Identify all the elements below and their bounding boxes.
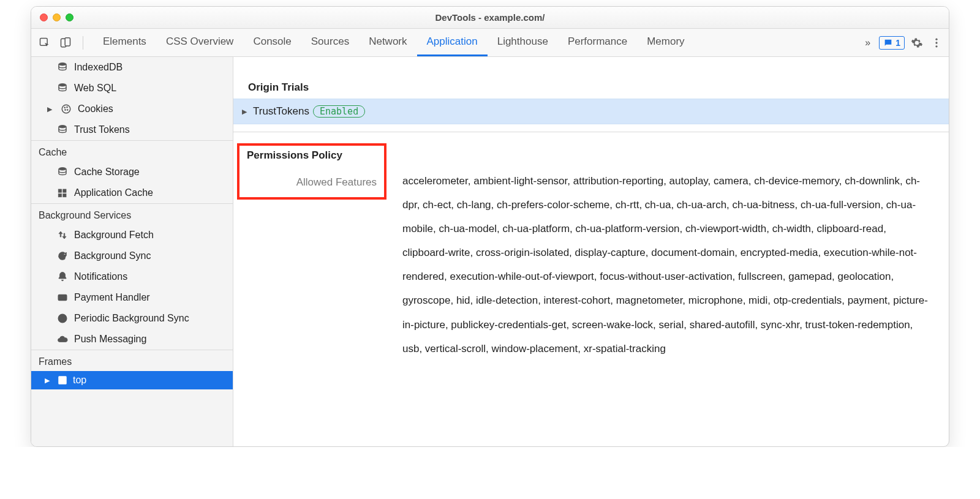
sidebar-label: Web SQL: [74, 81, 116, 96]
svg-point-11: [65, 110, 66, 111]
main-toolbar: Elements CSS Overview Console Sources Ne…: [31, 29, 949, 57]
svg-point-6: [59, 63, 66, 66]
frame-icon: [57, 375, 68, 386]
sidebar-label: Background Fetch: [74, 228, 154, 242]
bell-icon: [57, 271, 68, 282]
svg-rect-18: [63, 194, 66, 197]
svg-point-3: [935, 38, 937, 40]
sidebar-item-bg-fetch[interactable]: Background Fetch: [31, 225, 233, 246]
grid-icon: [57, 187, 68, 198]
sidebar-label: IndexedDB: [74, 60, 123, 75]
up-down-icon: [57, 230, 68, 241]
cloud-icon: [57, 334, 68, 345]
highlight-box: Permissions Policy Allowed Features: [237, 143, 386, 200]
more-tabs-icon[interactable]: »: [861, 37, 874, 48]
tab-sources[interactable]: Sources: [301, 29, 359, 56]
sidebar-item-payment-handler[interactable]: Payment Handler: [31, 287, 233, 308]
inspect-element-icon[interactable]: [36, 34, 53, 51]
svg-point-5: [935, 45, 937, 47]
tab-css-overview[interactable]: CSS Overview: [156, 29, 244, 56]
tab-elements[interactable]: Elements: [93, 29, 156, 56]
sidebar-header-frames: Frames: [31, 350, 233, 371]
issues-badge[interactable]: 1: [879, 36, 905, 50]
origin-trials-title: Origin Trials: [233, 75, 949, 99]
database-icon: [57, 167, 68, 178]
trial-status-badge: Enabled: [313, 105, 365, 118]
expand-icon[interactable]: ▶: [47, 104, 55, 114]
svg-point-4: [935, 42, 937, 43]
more-options-icon[interactable]: [929, 36, 944, 50]
sidebar-label: Background Sync: [74, 249, 151, 263]
expand-icon[interactable]: ▶: [45, 377, 52, 385]
expand-icon[interactable]: ▶: [242, 108, 249, 116]
sidebar-item-trust-tokens[interactable]: Trust Tokens: [31, 119, 233, 140]
sidebar-label: top: [73, 375, 86, 386]
application-sidebar: IndexedDB Web SQL ▶ Cookies Trust Tokens…: [31, 57, 233, 446]
titlebar: DevTools - example.com/: [31, 7, 949, 29]
tab-lighthouse[interactable]: Lighthouse: [488, 29, 558, 56]
sync-icon: [57, 250, 68, 261]
database-icon: [57, 83, 68, 94]
sidebar-item-cookies[interactable]: ▶ Cookies: [31, 99, 233, 119]
sidebar-item-websql[interactable]: Web SQL: [31, 78, 233, 99]
sidebar-header-background: Background Services: [31, 203, 233, 225]
sidebar-label: Payment Handler: [74, 290, 150, 305]
svg-rect-19: [58, 295, 67, 301]
sidebar-item-notifications[interactable]: Notifications: [31, 266, 233, 287]
sidebar-item-cache-storage[interactable]: Cache Storage: [31, 162, 233, 182]
allowed-features-list: accelerometer, ambient-light-sensor, att…: [402, 143, 934, 361]
database-icon: [57, 124, 68, 135]
svg-point-10: [67, 107, 68, 108]
database-icon: [57, 62, 68, 73]
sidebar-label: Cookies: [78, 102, 113, 116]
sidebar-header-cache: Cache: [31, 140, 233, 162]
svg-point-7: [59, 84, 66, 87]
sidebar-item-indexeddb[interactable]: IndexedDB: [31, 57, 233, 78]
svg-point-14: [59, 168, 66, 171]
allowed-features-label: Allowed Features: [247, 176, 377, 189]
clock-icon: [57, 313, 68, 324]
tab-memory[interactable]: Memory: [637, 29, 694, 56]
settings-icon[interactable]: [910, 36, 924, 50]
sidebar-item-application-cache[interactable]: Application Cache: [31, 182, 233, 203]
svg-point-12: [67, 110, 68, 111]
svg-rect-17: [58, 194, 61, 197]
svg-rect-22: [59, 377, 66, 384]
tab-performance[interactable]: Performance: [558, 29, 637, 56]
sidebar-label: Cache Storage: [74, 165, 140, 179]
panel-tabs: Elements CSS Overview Console Sources Ne…: [93, 29, 856, 56]
sidebar-item-periodic-sync[interactable]: Periodic Background Sync: [31, 308, 233, 329]
sidebar-item-frame-top[interactable]: ▶ top: [31, 371, 233, 389]
issues-count: 1: [895, 38, 900, 48]
credit-card-icon: [57, 292, 68, 303]
svg-point-13: [59, 126, 66, 129]
svg-rect-16: [63, 189, 66, 192]
separator: [83, 36, 83, 50]
sidebar-label: Trust Tokens: [74, 122, 130, 137]
tab-network[interactable]: Network: [359, 29, 417, 56]
devtools-window: DevTools - example.com/ Elements CSS Ove…: [31, 6, 949, 447]
sidebar-label: Application Cache: [74, 186, 153, 200]
svg-rect-2: [65, 37, 70, 45]
main-panel: Origin Trials ▶ TrustTokens Enabled Perm…: [233, 57, 949, 446]
permissions-policy-title: Permissions Policy: [247, 149, 377, 162]
origin-trial-row[interactable]: ▶ TrustTokens Enabled: [233, 99, 949, 124]
sidebar-label: Periodic Background Sync: [74, 311, 189, 326]
cookie-icon: [61, 103, 72, 114]
tab-application[interactable]: Application: [417, 29, 488, 56]
window-title: DevTools - example.com/: [31, 12, 949, 23]
sidebar-item-bg-sync[interactable]: Background Sync: [31, 246, 233, 266]
svg-point-9: [64, 107, 66, 108]
permissions-policy-section: Permissions Policy Allowed Features acce…: [233, 132, 949, 372]
svg-rect-15: [58, 189, 61, 192]
tab-console[interactable]: Console: [243, 29, 301, 56]
sidebar-item-push-messaging[interactable]: Push Messaging: [31, 329, 233, 350]
trial-name: TrustTokens: [253, 105, 309, 118]
sidebar-label: Push Messaging: [74, 332, 146, 347]
device-toolbar-icon[interactable]: [57, 34, 74, 51]
svg-point-8: [62, 105, 70, 113]
sidebar-label: Notifications: [74, 269, 127, 284]
